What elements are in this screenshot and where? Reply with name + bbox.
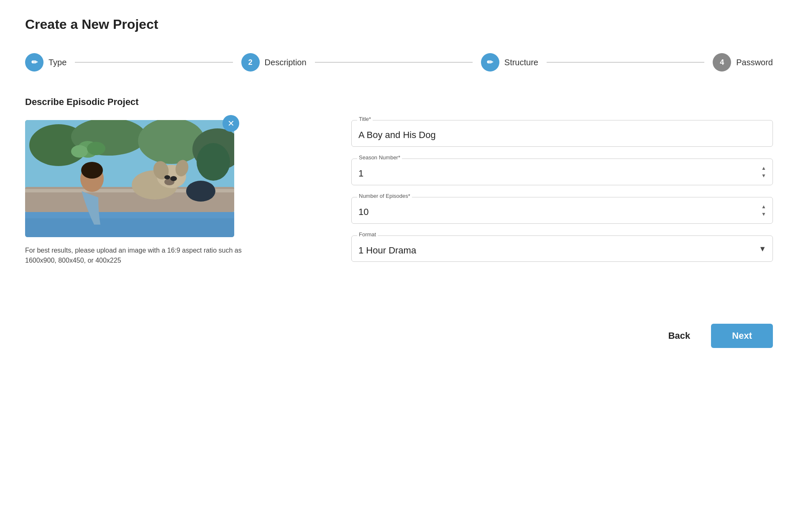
step-description-label: Description bbox=[265, 58, 307, 67]
step-structure-label: Structure bbox=[504, 58, 538, 67]
episodes-field-group: Number of Episodes* ▲ ▼ bbox=[351, 197, 773, 224]
close-icon: ✕ bbox=[228, 118, 235, 128]
page-title: Create a New Project bbox=[25, 17, 773, 32]
right-panel: Title* Season Number* ▲ ▼ Number of Epis bbox=[351, 120, 773, 274]
season-input-wrapper: ▲ ▼ bbox=[351, 159, 773, 185]
season-spinner: ▲ ▼ bbox=[760, 165, 767, 179]
image-hint: For best results, please upload an image… bbox=[25, 246, 255, 266]
format-select[interactable]: 1 Hour Drama 30 Minute Comedy Limited Se… bbox=[351, 235, 773, 262]
format-select-wrapper: 1 Hour Drama 30 Minute Comedy Limited Se… bbox=[351, 235, 773, 262]
back-button[interactable]: Back bbox=[656, 324, 703, 348]
section-title: Describe Episodic Project bbox=[25, 97, 773, 107]
format-label: Format bbox=[357, 231, 378, 238]
episodes-input[interactable] bbox=[351, 197, 773, 224]
step-type-icon: ✏ bbox=[31, 58, 38, 67]
episodes-decrement-button[interactable]: ▼ bbox=[760, 211, 767, 217]
title-label: Title* bbox=[357, 116, 373, 122]
title-input[interactable] bbox=[351, 120, 773, 147]
step-structure-icon: ✏ bbox=[487, 58, 493, 67]
image-container: ✕ bbox=[25, 120, 234, 237]
next-button[interactable]: Next bbox=[711, 324, 773, 348]
step-password: 4 Password bbox=[713, 53, 773, 72]
episodes-input-wrapper: ▲ ▼ bbox=[351, 197, 773, 224]
step-line-3 bbox=[547, 62, 704, 63]
season-label: Season Number* bbox=[357, 154, 402, 161]
step-structure-circle: ✏ bbox=[481, 53, 499, 72]
step-type-label: Type bbox=[49, 58, 66, 67]
step-description: 2 Description bbox=[241, 53, 307, 72]
season-input[interactable] bbox=[351, 159, 773, 185]
season-field-group: Season Number* ▲ ▼ bbox=[351, 159, 773, 185]
remove-image-button[interactable]: ✕ bbox=[223, 115, 239, 132]
step-type: ✏ Type bbox=[25, 53, 66, 72]
left-panel: ✕ For best results, please upload an ima… bbox=[25, 120, 318, 266]
chevron-up-icon: ▲ bbox=[761, 165, 766, 171]
episodes-increment-button[interactable]: ▲ bbox=[760, 203, 767, 210]
season-increment-button[interactable]: ▲ bbox=[760, 165, 767, 171]
step-description-number: 2 bbox=[248, 58, 253, 67]
step-password-circle: 4 bbox=[713, 53, 731, 72]
step-structure: ✏ Structure bbox=[481, 53, 538, 72]
step-type-circle: ✏ bbox=[25, 53, 43, 72]
main-content: ✕ For best results, please upload an ima… bbox=[25, 120, 773, 274]
format-field-group: Format 1 Hour Drama 30 Minute Comedy Lim… bbox=[351, 235, 773, 262]
chevron-down-icon: ▼ bbox=[761, 173, 766, 179]
chevron-up-icon: ▲ bbox=[761, 204, 766, 210]
footer: Back Next bbox=[25, 324, 773, 365]
title-field-group: Title* bbox=[351, 120, 773, 147]
season-decrement-button[interactable]: ▼ bbox=[760, 172, 767, 179]
svg-rect-25 bbox=[25, 120, 234, 237]
step-line-2 bbox=[315, 62, 473, 63]
episodes-spinner: ▲ ▼ bbox=[760, 203, 767, 217]
step-description-circle: 2 bbox=[241, 53, 260, 72]
step-password-number: 4 bbox=[720, 58, 724, 67]
stepper: ✏ Type 2 Description ✏ Structure 4 Passw… bbox=[25, 53, 773, 72]
episodes-label: Number of Episodes* bbox=[357, 193, 412, 199]
chevron-down-icon: ▼ bbox=[761, 211, 766, 217]
project-image bbox=[25, 120, 234, 237]
step-password-label: Password bbox=[736, 58, 773, 67]
step-line-1 bbox=[75, 62, 233, 63]
